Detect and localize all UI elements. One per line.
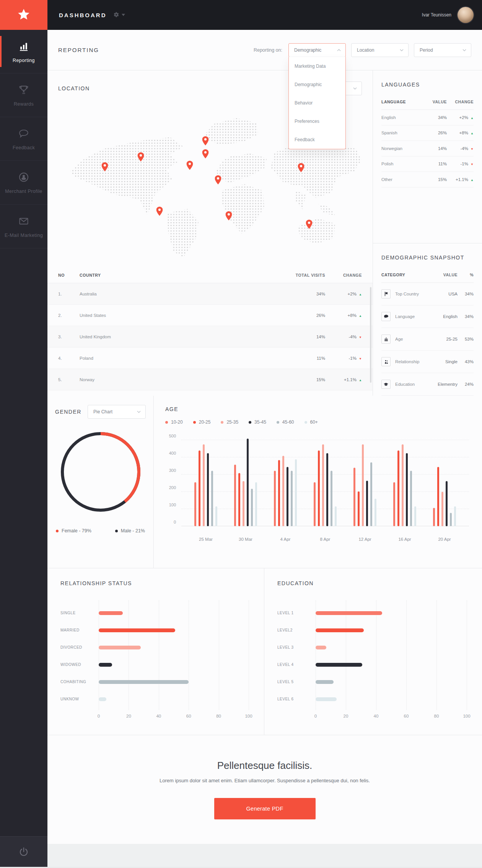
bar-35-45[interactable] (326, 453, 328, 526)
bar-20-25[interactable] (278, 460, 280, 526)
bar-60[interactable] (375, 499, 376, 526)
bar-60[interactable] (255, 482, 257, 526)
legend-dot-icon (277, 421, 279, 424)
bar-unknow[interactable] (99, 697, 106, 701)
bar-10-20[interactable] (433, 508, 435, 526)
map-pin-icon[interactable] (101, 162, 108, 171)
category-name: Language (395, 314, 431, 319)
select-value: Demographic (294, 47, 321, 53)
bar-married[interactable] (99, 628, 175, 632)
map-pin-icon[interactable] (156, 207, 163, 216)
bar-divorced[interactable] (99, 646, 141, 649)
sidebar-item-feedback[interactable]: Feedback (0, 117, 47, 161)
bar-60[interactable] (215, 506, 217, 526)
logout-button[interactable] (0, 836, 47, 867)
map-pin-icon[interactable] (226, 211, 232, 220)
bar-25-35[interactable] (243, 481, 244, 526)
bar-10-20[interactable] (353, 468, 355, 526)
map-pin-icon[interactable] (202, 136, 208, 145)
language-row: Polish11%-1% ▼ (381, 157, 474, 172)
app-logo[interactable] (0, 0, 47, 30)
bar-35-45[interactable] (366, 481, 368, 526)
bar-level-1[interactable] (316, 611, 382, 615)
bar-20-25[interactable] (238, 473, 240, 526)
bar-35-45[interactable] (446, 481, 448, 526)
bar-25-35[interactable] (282, 456, 284, 527)
bar-45-60[interactable] (251, 489, 253, 526)
col-header-no: NO (58, 273, 80, 277)
table-row[interactable]: 3.United Kingdom14%-4% ▼ (47, 326, 373, 348)
bar-level2[interactable] (316, 628, 364, 632)
bar-35-45[interactable] (207, 453, 209, 526)
x-axis-tick: 80 (434, 714, 439, 718)
map-pin-icon[interactable] (298, 163, 305, 172)
dropdown-option-behavior[interactable]: Behavior (289, 94, 345, 112)
bar-level-3[interactable] (316, 646, 326, 649)
bar-60[interactable] (454, 506, 456, 526)
bar-45-60[interactable] (410, 471, 412, 526)
bar-60[interactable] (295, 459, 297, 527)
user-avatar[interactable] (458, 7, 474, 23)
table-row[interactable]: 4.Poland11%-1% ▼ (47, 348, 373, 369)
map-pin-icon[interactable] (202, 149, 208, 158)
bar-10-20[interactable] (314, 482, 316, 526)
map-pin-icon[interactable] (215, 175, 221, 184)
bar-45-60[interactable] (331, 471, 332, 526)
bar-60[interactable] (335, 506, 337, 526)
bar-single[interactable] (99, 611, 123, 615)
bar-20-25[interactable] (437, 467, 439, 526)
reporting-on-select[interactable]: Demographic (288, 43, 346, 57)
bar-45-60[interactable] (291, 471, 293, 526)
bar-widowed[interactable] (99, 663, 112, 667)
bar-level-4[interactable] (316, 663, 362, 667)
gender-chart-type-select[interactable]: Pie Chart (88, 405, 146, 419)
bar-20-25[interactable] (358, 491, 360, 526)
map-pin-icon[interactable] (186, 161, 193, 170)
bar-35-45[interactable] (406, 453, 408, 526)
dropdown-option-marketing-data[interactable]: Marketing Data (289, 57, 345, 75)
bar-35-45[interactable] (247, 439, 249, 527)
sidebar-item-merchant-profile[interactable]: Merchant Profile (0, 161, 47, 204)
bar-25-35[interactable] (402, 444, 404, 526)
table-row[interactable]: 2.United States26%+8% ▲ (47, 305, 373, 326)
bar-45-60[interactable] (450, 513, 452, 526)
bar-20-25[interactable] (397, 450, 399, 526)
sidebar-item-e-mail-marketing[interactable]: E-Mail Marketing (0, 205, 47, 248)
bar-level-5[interactable] (316, 680, 334, 684)
bar-25-35[interactable] (362, 444, 364, 526)
bar-20-25[interactable] (199, 450, 200, 526)
dropdown-option-feedback[interactable]: Feedback (289, 131, 345, 149)
bar-45-60[interactable] (211, 471, 213, 526)
bar-45-60[interactable] (370, 462, 372, 526)
bar-10-20[interactable] (234, 465, 236, 526)
location-select[interactable]: Location (351, 43, 409, 57)
bar-25-35[interactable] (441, 492, 443, 526)
table-scrollbar[interactable] (370, 287, 371, 383)
bar-25-35[interactable] (203, 444, 205, 526)
bar-35-45[interactable] (287, 467, 288, 526)
map-pin-icon[interactable] (138, 152, 144, 162)
bar-10-20[interactable] (393, 482, 395, 526)
table-row[interactable]: 5.Norway15%+1.1% ▲ (47, 369, 373, 390)
period-select[interactable]: Period (414, 43, 471, 57)
category-value: Elementry (431, 382, 458, 387)
legend-label: 45-60 (282, 419, 294, 425)
sidebar-item-reporting[interactable]: Reporting (0, 30, 47, 73)
bar-25-35[interactable] (322, 444, 324, 526)
relationship-status-title: RELATIONSHIP STATUS (60, 580, 132, 586)
bar-level-6[interactable] (316, 697, 337, 701)
map-pin-icon[interactable] (306, 220, 312, 229)
bar-10-20[interactable] (274, 471, 276, 526)
generate-pdf-button[interactable]: Generate PDF (214, 798, 316, 819)
bar-60[interactable] (414, 506, 416, 526)
col-header-category: CATEGORY (381, 272, 431, 277)
bar-20-25[interactable] (318, 450, 320, 526)
settings-control[interactable] (113, 11, 125, 18)
category-label: COHABITING (60, 680, 94, 684)
bar-cohabiting[interactable] (99, 680, 189, 684)
dropdown-option-demographic[interactable]: Demographic (289, 75, 345, 94)
sidebar-item-rewards[interactable]: Rewards (0, 73, 47, 117)
bar-10-20[interactable] (194, 482, 196, 526)
dropdown-option-preferences[interactable]: Preferences (289, 112, 345, 131)
table-row[interactable]: 1.Australia34%+2% ▲ (47, 283, 373, 305)
